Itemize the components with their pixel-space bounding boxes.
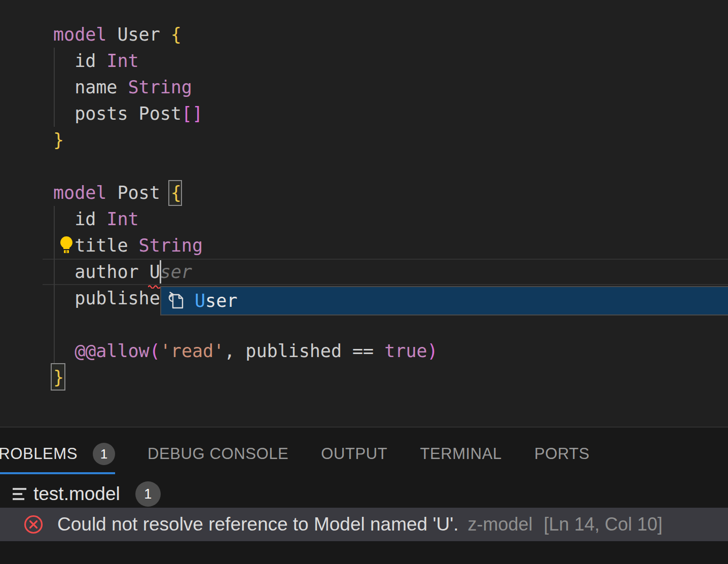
lightbulb-icon[interactable] [57,235,76,254]
code-token: publishe [53,288,160,308]
code-token: author U [53,262,160,282]
code-line-10[interactable]: author User [0,259,438,285]
tab-ports[interactable]: PORTS [534,428,590,480]
code-token: String [128,77,192,97]
file-icon [13,486,27,502]
code-lines[interactable]: model User { id Int name String posts Po… [0,21,438,391]
code-token: Post [106,183,170,203]
code-token: , published == [224,341,384,361]
code-token [53,341,75,361]
code-token: ( [150,341,160,361]
code-token: Int [106,209,138,229]
code-token: { [171,183,181,203]
code-line-7[interactable]: model Post { [0,180,438,206]
code-token: } [53,367,64,387]
code-line-6[interactable] [0,153,438,180]
error-icon [23,514,44,535]
code-token: id [53,51,106,71]
code-line-14[interactable]: } [0,364,438,391]
suggest-widget: User [160,286,728,315]
code-line-1[interactable]: model User { [0,21,438,48]
code-token: @@allow [75,341,150,361]
code-token: [] [181,103,203,124]
problems-count-badge: 1 [93,443,115,465]
reference-icon [166,290,187,311]
code-line-3[interactable]: name String [0,74,438,100]
error-squiggle [148,281,161,287]
code-token: id [53,209,106,229]
tab-label: PROBLEMS [0,445,78,463]
code-token: posts Post [53,103,181,124]
suggestion-label: User [195,291,237,311]
code-token: } [53,130,64,150]
bottom-panel: PROBLEMS1DEBUG CONSOLEOUTPUTTERMINALPORT… [0,427,728,564]
tab-label: PORTS [534,445,590,463]
ghost-text: ser [160,262,192,282]
code-token: String [139,235,203,256]
tab-terminal[interactable]: TERMINAL [420,428,502,480]
tab-label: DEBUG CONSOLE [148,445,288,463]
code-line-2[interactable]: id Int [0,48,438,74]
tab-debug-console[interactable]: DEBUG CONSOLE [148,428,288,480]
code-line-4[interactable]: posts Post[] [0,100,438,127]
code-token: true [384,341,427,361]
file-error-count-badge: 1 [135,481,161,507]
code-line-5[interactable]: } [0,127,438,153]
code-token: model [53,183,106,203]
problems-file-row[interactable]: test.model 1 [0,480,728,508]
problem-row[interactable]: Could not resolve reference to Model nam… [0,508,728,541]
error-position: [Ln 14, Col 10] [544,514,663,535]
code-line-13[interactable]: @@allow('read', published == true) [0,338,438,364]
tab-label: OUTPUT [321,445,387,463]
code-token: ) [427,341,438,361]
error-source: z-model [468,514,533,535]
code-token: name [53,77,128,97]
code-token: 'read' [160,341,224,361]
panel-tabs: PROBLEMS1DEBUG CONSOLEOUTPUTTERMINALPORT… [0,428,728,480]
error-message: Could not resolve reference to Model nam… [57,514,459,535]
code-token: model [53,24,106,45]
text-cursor [160,260,161,284]
tab-output[interactable]: OUTPUT [321,428,387,480]
code-token: User [106,24,170,45]
tab-problems[interactable]: PROBLEMS1 [0,428,115,480]
file-name: test.model [33,483,120,505]
code-line-8[interactable]: id Int [0,206,438,232]
tab-label: TERMINAL [420,445,502,463]
code-token: Int [106,51,138,71]
code-editor[interactable]: model User { id Int name String posts Po… [0,0,728,427]
suggestion-item[interactable]: User [161,287,728,314]
code-token: { [171,24,181,45]
